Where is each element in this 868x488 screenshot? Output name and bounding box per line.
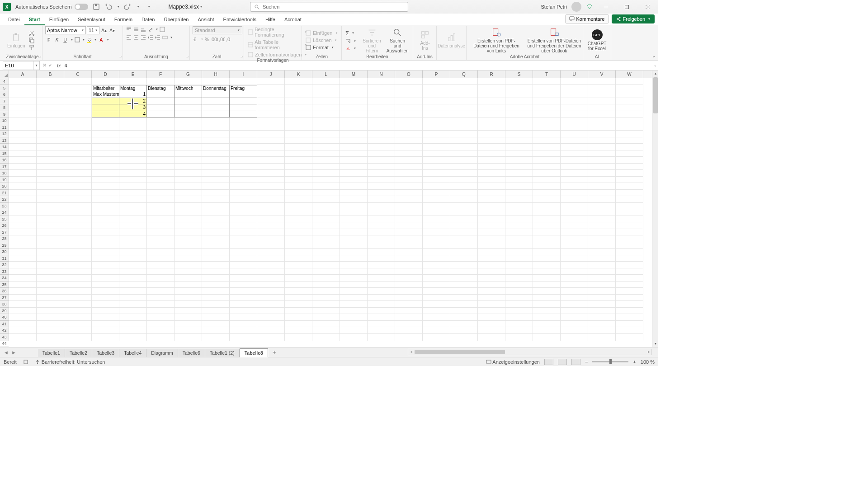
cell[interactable] xyxy=(478,288,505,295)
cell[interactable] xyxy=(257,242,285,249)
cell[interactable] xyxy=(450,229,478,236)
cell[interactable] xyxy=(395,137,423,144)
cell[interactable] xyxy=(368,157,395,164)
cell[interactable] xyxy=(175,295,202,301)
cell[interactable]: 3 xyxy=(119,104,147,111)
cell[interactable] xyxy=(285,282,312,288)
sheet-tab[interactable]: Tabelle2 xyxy=(65,349,92,357)
cell[interactable] xyxy=(285,242,312,249)
cell[interactable] xyxy=(92,111,119,118)
cell[interactable] xyxy=(37,288,64,295)
cell[interactable] xyxy=(423,203,450,210)
cell[interactable] xyxy=(423,190,450,197)
cell[interactable] xyxy=(64,235,92,242)
cell[interactable] xyxy=(588,327,616,334)
cell[interactable] xyxy=(92,117,119,124)
cell[interactable] xyxy=(92,308,119,314)
cell[interactable] xyxy=(395,144,423,150)
cell[interactable] xyxy=(230,104,257,111)
cell[interactable] xyxy=(368,308,395,314)
cell[interactable] xyxy=(202,170,230,177)
addins-button[interactable]: Add-Ins xyxy=(416,29,434,52)
cell[interactable] xyxy=(395,111,423,118)
cell[interactable] xyxy=(257,104,285,111)
cell[interactable] xyxy=(64,196,92,203)
cell[interactable] xyxy=(285,340,312,341)
cell[interactable] xyxy=(312,242,340,249)
cell[interactable] xyxy=(368,111,395,118)
cell[interactable] xyxy=(202,222,230,229)
cell[interactable] xyxy=(505,249,533,255)
cell[interactable] xyxy=(92,275,119,282)
cell[interactable] xyxy=(64,98,92,105)
cell[interactable] xyxy=(230,340,257,341)
cell[interactable] xyxy=(175,222,202,229)
cell[interactable] xyxy=(588,203,616,210)
cell[interactable] xyxy=(175,242,202,249)
cell[interactable] xyxy=(368,249,395,255)
cell[interactable] xyxy=(175,124,202,131)
cell[interactable] xyxy=(616,157,643,164)
cell[interactable] xyxy=(175,321,202,328)
cell[interactable] xyxy=(505,262,533,268)
cell[interactable] xyxy=(202,124,230,131)
cell[interactable] xyxy=(257,249,285,255)
cell[interactable] xyxy=(533,203,561,210)
cell[interactable] xyxy=(588,301,616,308)
zoom-out-button[interactable]: − xyxy=(585,359,588,365)
cell[interactable] xyxy=(478,321,505,328)
cell[interactable] xyxy=(92,301,119,308)
cell[interactable] xyxy=(450,150,478,157)
cell[interactable] xyxy=(64,117,92,124)
scroll-left-icon[interactable]: ◂ xyxy=(408,349,414,355)
row-header[interactable]: 4 xyxy=(0,78,9,85)
cell[interactable] xyxy=(202,340,230,341)
cell[interactable] xyxy=(478,255,505,262)
cell[interactable]: 1 xyxy=(119,91,147,98)
cell[interactable] xyxy=(37,124,64,131)
cell[interactable] xyxy=(561,196,588,203)
cell[interactable] xyxy=(147,268,175,275)
cell[interactable] xyxy=(230,321,257,328)
cell[interactable] xyxy=(368,321,395,328)
cell[interactable] xyxy=(312,209,340,216)
cell[interactable] xyxy=(202,314,230,321)
cell[interactable] xyxy=(312,91,340,98)
ribbon-tab-hilfe[interactable]: Hilfe xyxy=(261,14,280,25)
decrease-font-icon[interactable]: A▾ xyxy=(108,27,116,34)
decrease-indent-icon[interactable] xyxy=(147,34,154,41)
row-header[interactable]: 12 xyxy=(0,131,9,137)
cell[interactable] xyxy=(64,203,92,210)
cell[interactable] xyxy=(395,98,423,105)
col-header[interactable]: I xyxy=(230,70,257,78)
cell[interactable] xyxy=(257,177,285,183)
cell[interactable] xyxy=(285,144,312,150)
cell[interactable] xyxy=(175,275,202,282)
cell[interactable] xyxy=(92,203,119,210)
format-as-table-button[interactable]: Als Tabelle formatieren▼ xyxy=(247,39,308,51)
row-header[interactable]: 36 xyxy=(0,288,9,295)
cell[interactable] xyxy=(368,268,395,275)
cell[interactable] xyxy=(257,268,285,275)
cell[interactable] xyxy=(478,196,505,203)
cell[interactable] xyxy=(175,104,202,111)
cell[interactable] xyxy=(285,222,312,229)
cell[interactable] xyxy=(340,249,368,255)
cell[interactable] xyxy=(450,98,478,105)
cell[interactable] xyxy=(37,137,64,144)
cell[interactable] xyxy=(423,78,450,85)
cell[interactable] xyxy=(202,229,230,236)
cell[interactable] xyxy=(450,242,478,249)
cell[interactable] xyxy=(230,98,257,105)
cell[interactable] xyxy=(340,144,368,150)
cell[interactable] xyxy=(478,111,505,118)
cell[interactable] xyxy=(285,314,312,321)
cell[interactable] xyxy=(505,295,533,301)
cell[interactable] xyxy=(478,85,505,92)
cell[interactable] xyxy=(147,262,175,268)
cell[interactable] xyxy=(257,170,285,177)
cell[interactable] xyxy=(533,85,561,92)
cell[interactable] xyxy=(119,164,147,170)
cell[interactable] xyxy=(505,275,533,282)
cell[interactable] xyxy=(450,235,478,242)
